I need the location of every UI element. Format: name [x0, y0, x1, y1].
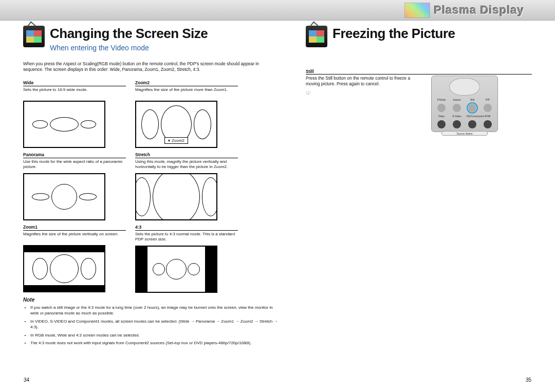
remote-label: HD/Component [467, 115, 478, 118]
mode-desc: Magnifies the size of the picture vertic… [23, 232, 126, 242]
note-list: If you watch a still image or the 4:3 mo… [30, 305, 280, 347]
page-number-left: 34 [24, 377, 29, 383]
remote-label: S-Video [451, 115, 462, 118]
remote-source-select: Source Select [441, 131, 488, 136]
note-item: In VIDEO, S-VIDEO and Component1 modes, … [30, 319, 280, 330]
mode-4-3: 4:3 Sets the picture to 4:3 normal mode.… [135, 225, 238, 293]
remote-label: Video [436, 115, 447, 118]
remote-control-graphic: P.Mode Aspect Still PIP Video S-Video HD… [431, 76, 498, 132]
note-block: Note If you watch a still image or the 4… [23, 297, 280, 347]
mode-thumb-stretch [135, 173, 217, 220]
mode-heading: Wide [23, 80, 126, 86]
mode-heading: 4:3 [135, 225, 238, 231]
mode-thumb-zoom1 [23, 245, 105, 292]
remote-button-video [437, 120, 446, 128]
still-text: Press the Still button on the remote con… [306, 76, 424, 87]
mode-heading: Zoom2 [135, 80, 238, 86]
mode-wide: Wide Sets the picture to 16:9 wide mode. [23, 80, 126, 148]
still-heading: Still [306, 69, 532, 74]
note-title: Note [23, 297, 280, 303]
note-item: If you watch a still image or the 4:3 mo… [30, 305, 280, 316]
right-title: Freezing the Picture [332, 26, 455, 42]
mode-thumb-4-3 [135, 246, 217, 293]
note-item: The 4:3 mode does not work with input si… [30, 340, 280, 346]
section-header-left: Changing the Screen Size When entering t… [23, 26, 280, 52]
remote-label: P.Mode [436, 98, 447, 101]
mode-desc: Sets the picture to 16:9 wide mode. [23, 87, 126, 98]
mode-panorama: Panorama Use this mode for the wide aspe… [23, 152, 126, 220]
remote-button-pmode [437, 104, 446, 112]
mode-desc: Magnifies the size of the picture more t… [135, 87, 238, 98]
mode-heading: Panorama [23, 152, 126, 158]
right-column: Freezing the Picture Still Press the Sti… [306, 26, 532, 348]
section-header-right: Freezing the Picture [306, 26, 532, 47]
intro-paragraph: When you press the Aspect or Scaling(RGB… [23, 61, 280, 73]
note-item: In RGB mode, Wide and 4:3 screen modes c… [30, 332, 280, 339]
remote-dpad [449, 78, 480, 96]
mode-thumb-zoom2: ♦Zoom2 [135, 101, 217, 148]
remote-button-pip [484, 104, 492, 112]
mode-thumb-panorama [23, 173, 105, 220]
tv-icon [306, 26, 327, 47]
remote-label: PIP [482, 98, 493, 101]
zoom2-indicator: ♦Zoom2 [164, 137, 188, 144]
still-body: Press the Still button on the remote con… [306, 76, 532, 132]
remote-button-rgb [484, 120, 492, 128]
left-column: Changing the Screen Size When entering t… [23, 26, 280, 348]
left-subtitle: When entering the Video mode [50, 44, 208, 52]
still-section: Still [306, 69, 532, 74]
left-title: Changing the Screen Size [50, 26, 208, 42]
brand-title: Plasma Display [434, 4, 524, 17]
remote-button-component [468, 120, 476, 128]
mode-heading: Stretch [135, 152, 238, 158]
mode-desc: Using this mode, magnify the picture ver… [135, 159, 238, 170]
remote-label: Still [467, 98, 478, 101]
mode-zoom2: Zoom2 Magnifies the size of the picture … [135, 80, 238, 148]
mode-thumb-wide [23, 101, 105, 148]
page-content: Changing the Screen Size When entering t… [0, 21, 555, 348]
logo-chip-graphic [404, 3, 430, 18]
remote-label: RGB [482, 115, 493, 118]
mode-desc: Use this mode for the wide aspect ratio … [23, 159, 126, 170]
hand-icon: ☞ [306, 89, 424, 97]
remote-label: Aspect [451, 98, 462, 101]
modes-grid: Wide Sets the picture to 16:9 wide mode.… [23, 80, 280, 293]
remote-button-still [468, 104, 476, 112]
mode-zoom1: Zoom1 Magnifies the size of the picture … [23, 225, 126, 293]
mode-heading: Zoom1 [23, 225, 126, 231]
page-number-right: 35 [526, 377, 531, 383]
mode-stretch: Stretch Using this mode, magnify the pic… [135, 152, 238, 220]
mode-desc: Sets the picture to 4:3 normal mode. Thi… [135, 232, 238, 242]
tv-icon [23, 26, 45, 47]
remote-button-aspect [453, 104, 461, 112]
header-bar: Plasma Display [0, 0, 555, 21]
remote-button-svideo [453, 120, 461, 128]
